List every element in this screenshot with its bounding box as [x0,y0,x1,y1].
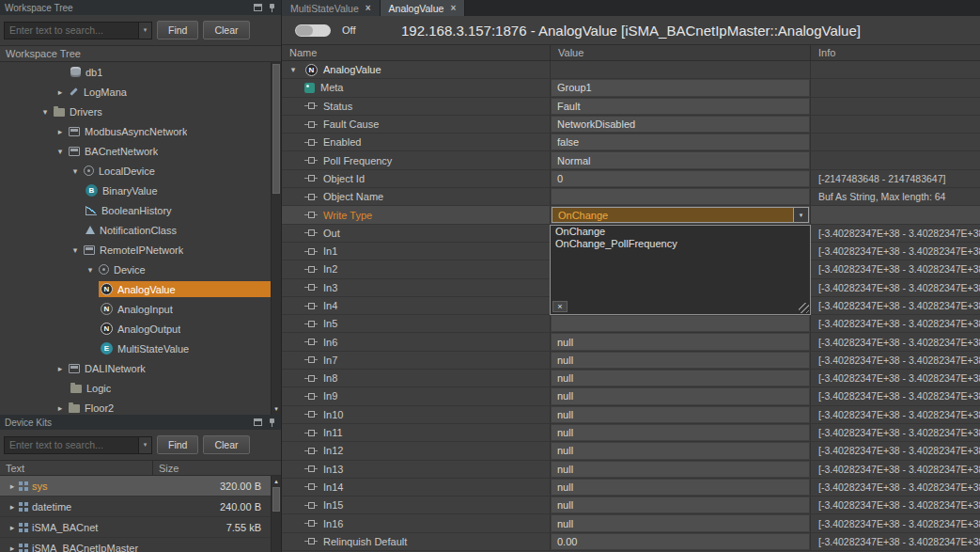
property-row-object-name[interactable]: Object NameBuf As String, Max length: 64 [282,188,980,206]
dropdown-resize-grip[interactable] [799,303,809,313]
kit-row-sys[interactable]: ▸sys320.00 B [0,476,271,497]
property-row-in9[interactable]: In9null[-3.40282347E+38 - 3.40282347E+38… [282,387,980,405]
property-row-in15[interactable]: In15null[-3.40282347E+38 - 3.40282347E+3… [282,497,980,514]
expander-icon[interactable]: ▸ [54,403,67,413]
property-row-in10[interactable]: In10null[-3.40282347E+38 - 3.40282347E+3… [282,406,980,424]
property-row-poll-frequency[interactable]: Poll FrequencyNormal [282,151,980,169]
tree-item-db1[interactable]: db1 [0,62,271,82]
property-row-in8[interactable]: In8null[-3.40282347E+38 - 3.40282347E+38… [282,370,980,387]
workspace-clear-button[interactable]: Clear [203,21,249,39]
scrollbar-thumb[interactable] [272,64,280,194]
expander-icon[interactable]: ▸ [54,364,67,373]
property-row-relinquish-default[interactable]: Relinquish Default0.00[-3.40282347E+38 -… [282,533,980,551]
workspace-search-input[interactable] [5,23,151,39]
power-toggle[interactable] [295,24,331,37]
tab-close-icon[interactable]: × [366,3,371,13]
value-editor[interactable]: NetworkDisabled [552,117,809,132]
property-row-in11[interactable]: In11null[-3.40282347E+38 - 3.40282347E+3… [282,424,980,442]
property-row-analogvalue[interactable]: ▾NAnalogValue [282,61,980,79]
tree-item-dalinetwork[interactable]: ▸DALINetwork [0,358,271,378]
property-row-in12[interactable]: In12null[-3.40282347E+38 - 3.40282347E+3… [282,442,980,460]
tree-item-localdevice[interactable]: ▾LocalDevice [0,161,271,181]
tree-item-device[interactable]: ▾Device [0,260,271,279]
value-editor[interactable]: null [552,353,809,368]
tab-analogvalue[interactable]: AnalogValue× [381,0,466,16]
value-editor[interactable]: null [552,462,809,477]
search-dropdown-arrow-icon[interactable]: ▾ [138,23,151,39]
tab-multistatevalue[interactable]: MultiStateValue× [282,0,381,16]
property-row-in16[interactable]: In16null[-3.40282347E+38 - 3.40282347E+3… [282,514,980,532]
property-row-write-type[interactable]: Write TypeOnChange▾ [282,206,980,224]
device-kits-scrollbar[interactable]: ▴ [271,476,281,552]
value-editor[interactable]: Fault [552,99,809,114]
kit-row-isma-bacnetipmaster[interactable]: ▸iSMA_BACnetIpMaster [0,538,271,552]
property-row-meta[interactable]: MetaGroup1 [282,79,980,97]
value-editor[interactable]: null [552,334,809,349]
device-kits-find-button[interactable]: Find [157,435,198,454]
value-editor[interactable]: Group1 [552,80,809,95]
value-editor[interactable]: 0 [552,171,809,186]
device-kits-clear-button[interactable]: Clear [203,435,249,454]
write-type-combobox[interactable]: OnChange▾ [552,207,809,222]
expander-icon[interactable]: ▸ [6,481,19,491]
kit-row-datetime[interactable]: ▸datetime240.00 B [0,497,271,517]
pin-icon[interactable] [268,3,276,13]
expander-icon[interactable]: ▸ [54,87,67,97]
expander-icon[interactable]: ▸ [6,544,19,552]
tree-item-multistatevalue[interactable]: EMultiStateValue [0,339,271,358]
expander-icon[interactable]: ▸ [6,523,19,532]
tree-item-bacnetnetwork[interactable]: ▾BACnetNetwork [0,141,271,161]
float-window-icon[interactable] [254,418,262,426]
workspace-tree-scrollbar[interactable]: ▾ [271,62,281,415]
property-row-fault-cause[interactable]: Fault CauseNetworkDisabled [282,116,980,134]
value-editor[interactable]: null [552,425,809,440]
value-editor[interactable]: null [552,497,809,513]
tree-item-logic[interactable]: Logic [0,378,271,398]
property-row-enabled[interactable]: Enabledfalse [282,134,980,151]
scrollbar-thumb[interactable] [272,487,280,512]
value-editor[interactable]: null [552,515,809,530]
tree-item-drivers[interactable]: ▾Drivers [0,102,271,121]
value-editor[interactable]: 0.00 [552,534,809,549]
tree-item-analogvalue[interactable]: NAnalogValue [0,279,271,299]
tab-close-icon[interactable]: × [450,3,456,13]
expander-icon[interactable]: ▾ [69,166,82,176]
expander-icon[interactable]: ▾ [69,245,82,255]
expander-icon[interactable]: ▸ [6,502,19,512]
property-row-object-id[interactable]: Object Id0[-2147483648 - 2147483647] [282,170,980,188]
workspace-find-button[interactable]: Find [157,21,198,39]
value-editor[interactable]: null [552,371,809,386]
tree-item-floor2[interactable]: ▸Floor2 [0,398,271,415]
expander-icon[interactable]: ▾ [54,147,67,156]
property-row-in14[interactable]: In14null[-3.40282347E+38 - 3.40282347E+3… [282,479,980,497]
value-editor[interactable] [552,316,809,331]
tree-item-remoteipnetwork[interactable]: ▾RemoteIPNetwork [0,240,271,260]
property-row-in6[interactable]: In6null[-3.40282347E+38 - 3.40282347E+38… [282,333,980,351]
tree-item-logmana[interactable]: ▸LogMana [0,82,271,102]
combo-arrow-icon[interactable]: ▾ [793,208,808,221]
dropdown-option-onchange[interactable]: OnChange [551,226,810,238]
scroll-up-icon[interactable]: ▴ [272,477,281,486]
value-editor[interactable]: false [552,134,809,150]
search-dropdown-arrow-icon[interactable]: ▾ [138,437,151,453]
tree-item-analoginput[interactable]: NAnalogInput [0,299,271,319]
property-row-in5[interactable]: In5[-3.40282347E+38 - 3.40282347E+38] [282,315,980,333]
expander-icon[interactable]: ▸ [54,127,67,136]
expander-icon[interactable]: ▾ [39,107,52,117]
property-row-status[interactable]: StatusFault [282,98,980,116]
tree-item-analogoutput[interactable]: NAnalogOutput [0,319,271,339]
value-editor[interactable] [552,189,809,204]
value-editor[interactable]: null [552,443,809,458]
dropdown-option-onchange-pollfrequency[interactable]: OnChange_PollFrequency [551,238,810,250]
tree-item-notificationclass[interactable]: NotificationClass [0,220,271,240]
value-editor[interactable]: null [552,388,809,403]
tree-item-booleanhistory[interactable]: BooleanHistory [0,200,271,220]
value-editor[interactable]: null [552,480,809,495]
device-kits-search-input[interactable] [5,437,151,453]
expander-icon[interactable]: ▾ [287,65,300,74]
value-editor[interactable]: Normal [552,152,809,167]
property-row-in7[interactable]: In7null[-3.40282347E+38 - 3.40282347E+38… [282,352,980,370]
tree-item-modbusasyncnetwork[interactable]: ▸ModbusAsyncNetwork [0,121,271,141]
value-editor[interactable]: null [552,407,809,422]
dropdown-clear-button[interactable]: × [552,301,568,312]
